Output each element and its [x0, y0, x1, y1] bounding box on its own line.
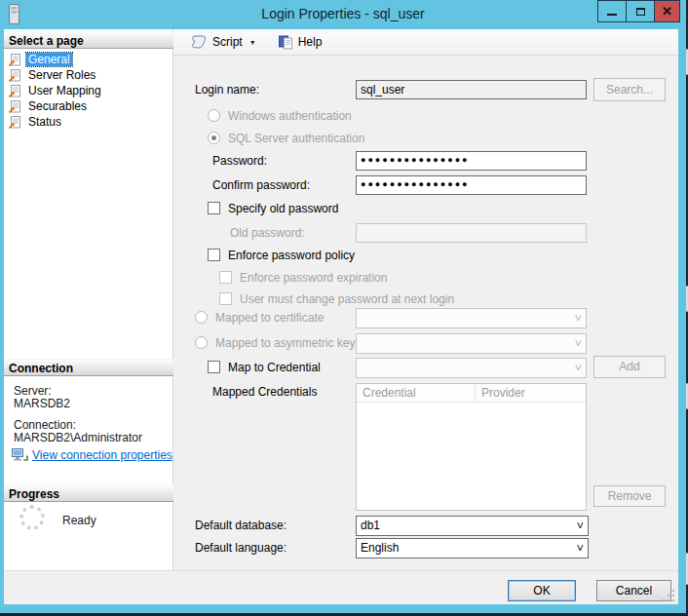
login-name-input[interactable]: sql_user: [356, 80, 587, 99]
page-icon: [8, 54, 22, 66]
help-icon: [278, 35, 293, 50]
sidebar-item-server-roles[interactable]: Server Roles: [8, 67, 97, 83]
connection-label: Connection:: [14, 418, 76, 432]
must-change-password-checkbox[interactable]: [219, 292, 232, 305]
sql-auth-label: SQL Server authentication: [228, 132, 364, 145]
connection-header: Connection: [4, 359, 173, 376]
script-dropdown-icon: ▼: [249, 39, 256, 46]
help-label: Help: [298, 35, 323, 49]
default-database-label: Default database:: [195, 519, 287, 532]
progress-status: Ready: [62, 514, 96, 527]
credential-combo[interactable]: ˅: [356, 358, 587, 378]
sidebar-item-user-mapping[interactable]: User Mapping: [8, 83, 103, 98]
map-to-credential-label: Map to Credential: [228, 361, 321, 374]
map-to-credential-checkbox[interactable]: [208, 361, 220, 373]
enforce-expiration-label: Enforce password expiration: [240, 271, 387, 285]
search-button[interactable]: Search...: [593, 78, 666, 101]
page-icon: [8, 85, 22, 97]
sidebar-item-label: User Mapping: [26, 84, 103, 97]
windows-auth-label: Windows authentication: [228, 109, 352, 123]
sidebar-item-general[interactable]: General: [8, 52, 72, 67]
confirm-password-input[interactable]: ●●●●●●●●●●●●●●●: [356, 175, 587, 195]
add-button[interactable]: Add: [593, 356, 666, 378]
script-label: Script: [212, 35, 243, 49]
password-input[interactable]: ●●●●●●●●●●●●●●●: [356, 151, 587, 171]
titlebar[interactable]: Login Properties - sql_user ✕: [0, 0, 686, 29]
sidebar-item-label: General: [26, 53, 72, 66]
chevron-down-icon: ˅: [574, 360, 582, 376]
chevron-down-icon: ˅: [576, 540, 584, 557]
specify-old-password-checkbox[interactable]: [208, 202, 220, 214]
footer: OK Cancel: [4, 570, 678, 604]
cancel-button[interactable]: Cancel: [596, 580, 671, 601]
mapped-credentials-label: Mapped Credentials: [212, 385, 317, 399]
mapped-asymmetric-key-radio[interactable]: [195, 336, 208, 349]
login-name-label: Login name:: [195, 83, 259, 96]
server-value: MARSDB2: [14, 397, 70, 410]
server-label: Server:: [14, 384, 52, 398]
view-connection-properties-link[interactable]: View connection properties: [32, 448, 172, 462]
screen: Login Properties - sql_user ✕ Select a p…: [0, 0, 688, 616]
progress-header: Progress: [4, 484, 173, 502]
default-database-combo[interactable]: db1˅: [356, 516, 589, 536]
sidebar-item-status[interactable]: Status: [8, 114, 63, 130]
help-button[interactable]: Help: [274, 33, 326, 52]
login-properties-dialog: Login Properties - sql_user ✕ Select a p…: [0, 0, 686, 613]
sidebar-item-label: Server Roles: [26, 68, 97, 82]
window-title: Login Properties - sql_user: [0, 6, 686, 21]
page-icon: [8, 69, 22, 82]
main-panel: Script ▼ Help Login name: sql_user: [173, 29, 678, 570]
dialog-body: Select a page General Server R: [4, 29, 678, 604]
column-header-credential[interactable]: Credential: [357, 384, 476, 402]
connection-value: MARSDB2\Administrator: [14, 431, 142, 444]
chevron-down-icon: ˅: [574, 310, 582, 327]
sidebar-item-label: Securables: [26, 99, 89, 113]
specify-old-password-label: Specify old password: [228, 202, 338, 215]
table-header-row: Credential Provider: [357, 384, 586, 403]
sidebar-item-label: Status: [26, 115, 63, 129]
maximize-icon: [636, 8, 645, 16]
enforce-policy-label: Enforce password policy: [228, 249, 355, 262]
mapped-asymmetric-key-label: Mapped to asymmetric key: [215, 336, 355, 350]
column-header-provider[interactable]: Provider: [476, 384, 586, 402]
minimize-button[interactable]: [597, 0, 627, 22]
mapped-certificate-radio[interactable]: [195, 311, 208, 324]
asymmetric-key-combo[interactable]: ˅: [356, 333, 587, 354]
connection-properties-icon: [12, 448, 28, 462]
script-icon: [191, 35, 208, 49]
password-label: Password:: [212, 154, 267, 168]
select-a-page-header: Select a page: [4, 31, 173, 49]
mapped-credentials-table[interactable]: Credential Provider: [356, 383, 587, 511]
progress-spinner-icon: [19, 505, 45, 530]
certificate-combo[interactable]: ˅: [356, 308, 587, 328]
old-password-input[interactable]: [356, 223, 587, 243]
maximize-button[interactable]: [626, 0, 655, 22]
close-icon: ✕: [662, 5, 672, 18]
sidebar: Select a page General Server R: [4, 29, 173, 570]
default-language-label: Default language:: [195, 541, 287, 555]
confirm-password-label: Confirm password:: [212, 178, 310, 192]
ok-button[interactable]: OK: [508, 580, 576, 601]
enforce-expiration-checkbox[interactable]: [219, 271, 232, 284]
chevron-down-icon: ˅: [574, 335, 582, 352]
default-language-combo[interactable]: English˅: [356, 538, 589, 558]
script-button[interactable]: Script ▼: [187, 33, 260, 51]
close-button[interactable]: ✕: [654, 0, 680, 22]
page-icon: [8, 100, 22, 113]
minimize-icon: [607, 14, 617, 16]
chevron-down-icon: ˅: [576, 518, 584, 534]
must-change-password-label: User must change password at next login: [240, 292, 454, 306]
mapped-certificate-label: Mapped to certificate: [215, 311, 324, 325]
enforce-policy-checkbox[interactable]: [208, 249, 220, 261]
default-language-value: English: [361, 541, 399, 555]
resize-grip[interactable]: [663, 590, 675, 602]
sidebar-item-securables[interactable]: Securables: [8, 98, 89, 114]
default-database-value: db1: [361, 519, 380, 532]
remove-button[interactable]: Remove: [593, 485, 666, 507]
sql-auth-radio[interactable]: [208, 132, 220, 144]
windows-auth-radio[interactable]: [208, 109, 220, 122]
toolbar: Script ▼ Help: [173, 29, 678, 56]
old-password-label: Old password:: [230, 226, 305, 240]
page-icon: [8, 116, 22, 129]
